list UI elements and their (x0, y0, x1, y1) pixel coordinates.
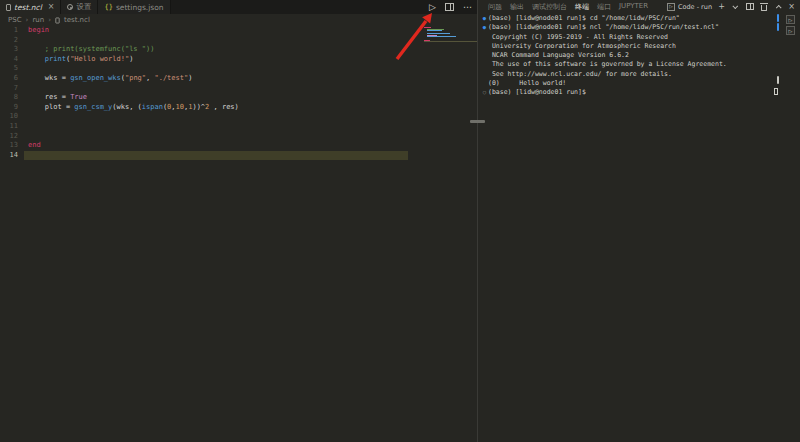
command-decoration-empty (481, 42, 488, 51)
code-line[interactable]: 1begin (0, 26, 424, 36)
breadcrumb-separator-icon: › (26, 16, 29, 24)
command-decoration-empty (481, 51, 488, 60)
terminal-selector[interactable]: ▷ Code - run (667, 3, 712, 11)
code-token: ; print(systemfunc("ls ")) (28, 45, 154, 53)
code-line[interactable]: 10 (0, 112, 424, 122)
tab-label: test.ncl (14, 3, 42, 12)
code-line[interactable]: 4 print("Hello world!") (0, 55, 424, 65)
terminal-scroll-command-mark[interactable] (777, 14, 779, 22)
minimap[interactable] (424, 27, 477, 49)
code-text: wks = gsn_open_wks("png", "./test") (24, 74, 408, 84)
code-text (24, 64, 408, 74)
terminal-line: ●(base) [lidw@node01 run]$ ncl "/home/li… (481, 23, 778, 32)
terminal-scroll-command-mark[interactable] (777, 23, 779, 31)
sash-handle[interactable] (470, 120, 485, 123)
new-terminal-button[interactable]: + (717, 2, 726, 12)
code-line[interactable]: 7 (0, 84, 424, 94)
panel-tab-终端[interactable]: 终端 (575, 2, 589, 12)
code-token (28, 55, 45, 63)
line-number: 11 (0, 122, 24, 132)
line-number: 1 (0, 26, 24, 36)
terminal-output[interactable]: ●(base) [lidw@node01 run]$ cd "/home/lid… (478, 14, 778, 98)
code-token: True (70, 93, 87, 101)
terminal-line: (0) Hello world! (481, 79, 778, 88)
breadcrumb-item[interactable]: run (32, 16, 44, 24)
code-token: wks = (28, 74, 70, 82)
line-number: 4 (0, 55, 24, 65)
command-decoration-icon: ● (481, 23, 488, 32)
code-text: plot = gsn_csm_y(wks, (ispan(0,10,1))^2 … (24, 103, 408, 113)
panel-tab-输出[interactable]: 输出 (510, 2, 524, 12)
breadcrumb-item[interactable]: test.ncl (64, 16, 90, 24)
code-text (24, 112, 408, 122)
terminal-text: (0) Hello world! (488, 79, 778, 88)
code-text: res = True (24, 93, 408, 103)
panel-header: 问题输出调试控制台终端端口JUPYTER ▷ Code - run + × (478, 0, 800, 13)
maximize-panel-button[interactable] (773, 2, 782, 12)
panel-tab-端口[interactable]: 端口 (597, 2, 611, 12)
code-text (24, 122, 408, 132)
command-decoration-empty (481, 33, 488, 42)
panel-tab-问题[interactable]: 问题 (488, 2, 502, 12)
run-file-icon[interactable]: ▷ (429, 3, 436, 12)
split-editor-icon[interactable] (445, 3, 454, 11)
minimap-line (427, 30, 442, 31)
tab-设置[interactable]: 设置 (61, 0, 98, 14)
command-decoration-empty (481, 60, 488, 69)
line-number: 13 (0, 141, 24, 151)
terminal-text: See http://www.ncl.ucar.edu/ for more de… (488, 70, 778, 79)
tab-close-icon[interactable]: × (48, 3, 55, 11)
json-icon: {} (104, 3, 112, 11)
code-line[interactable]: 3 ; print(systemfunc("ls ")) (0, 45, 424, 55)
code-token: ispan (142, 103, 163, 111)
code-editor[interactable]: 1begin23 ; print(systemfunc("ls "))4 pri… (0, 26, 424, 160)
code-text: begin (24, 26, 408, 36)
code-line[interactable]: 5 (0, 64, 424, 74)
code-line[interactable]: 13end (0, 141, 424, 151)
terminal-cursor (774, 88, 778, 95)
code-line[interactable]: 8 res = True (0, 93, 424, 103)
code-line[interactable]: 14 (0, 151, 424, 161)
split-terminal-icon (746, 3, 754, 10)
code-line[interactable]: 6 wks = gsn_open_wks("png", "./test") (0, 74, 424, 84)
split-terminal-button[interactable] (745, 2, 754, 12)
panel-tabs: 问题输出调试控制台终端端口JUPYTER (488, 2, 648, 12)
code-line[interactable]: 11 (0, 122, 424, 132)
code-token: , res) (209, 103, 239, 111)
tab-settings.json[interactable]: {}settings.json (98, 0, 170, 14)
code-line[interactable]: 12 (0, 132, 424, 142)
line-number: 5 (0, 64, 24, 74)
line-number: 9 (0, 103, 24, 113)
terminal-text: (base) [lidw@node01 run]$ (488, 88, 774, 97)
breadcrumb-item[interactable]: PSC (8, 16, 22, 24)
tab-label: 设置 (76, 2, 91, 12)
rerun-command-marker[interactable]: ▷ (786, 15, 795, 24)
breadcrumb-separator-icon: › (48, 16, 51, 24)
terminal-dropdown-button[interactable] (731, 2, 740, 12)
code-text (24, 36, 408, 46)
code-token: res = (28, 93, 70, 101)
code-line[interactable]: 2 (0, 36, 424, 46)
terminal-panel: 问题输出调试控制台终端端口JUPYTER ▷ Code - run + × ●(… (478, 0, 800, 442)
panel-tab-调试控制台[interactable]: 调试控制台 (532, 2, 567, 12)
terminal-text: The use of this software is governed by … (488, 60, 778, 69)
rerun-command-marker[interactable]: ▷ (786, 26, 795, 35)
panel-tab-JUPYTER[interactable]: JUPYTER (619, 2, 648, 12)
minimap-line (427, 33, 450, 34)
close-panel-button[interactable]: × (787, 2, 796, 12)
tab-label: settings.json (116, 3, 164, 12)
tab-test.ncl[interactable]: test.ncl× (0, 0, 61, 14)
terminal-scroll-cursor-mark (777, 76, 779, 84)
terminal-text: NCAR Command Language Version 6.6.2 (488, 51, 778, 60)
terminal-line: The use of this software is governed by … (481, 60, 778, 69)
code-line[interactable]: 9 plot = gsn_csm_y(wks, (ispan(0,10,1))^… (0, 103, 424, 113)
editor-tabbar: test.ncl×设置{}settings.json (0, 0, 477, 14)
more-actions-icon[interactable]: ⋯ (463, 3, 472, 12)
command-decoration-icon: ● (481, 14, 488, 23)
kill-terminal-button[interactable] (759, 2, 768, 12)
code-text (24, 132, 408, 142)
code-token: 10 (176, 103, 184, 111)
minimap-line (424, 27, 431, 28)
code-token: ))^ (192, 103, 205, 111)
code-text: end (24, 141, 408, 151)
